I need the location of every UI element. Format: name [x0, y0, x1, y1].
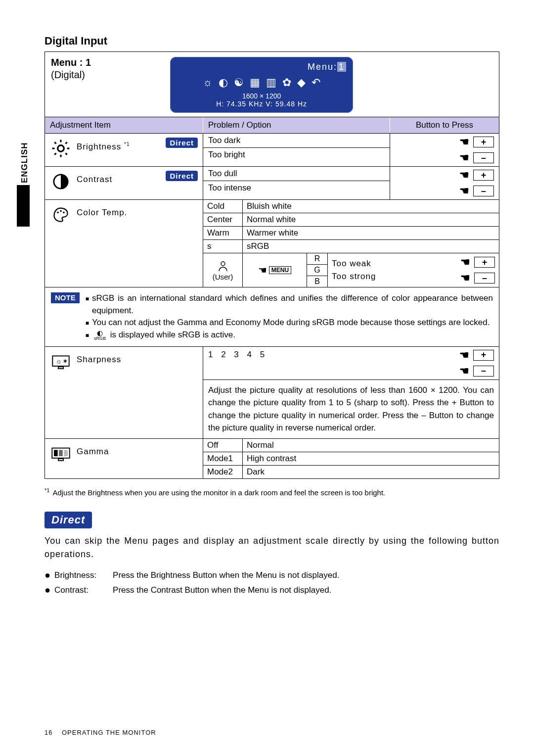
ct-srgb-desc: sRGB: [243, 240, 499, 253]
ct-cold: Cold: [203, 200, 243, 213]
ct-warm: Warm: [203, 227, 243, 239]
press-plus[interactable]: ☚+: [460, 256, 495, 269]
arrow-left-icon: ☚: [460, 272, 470, 284]
svg-line-5: [54, 142, 56, 143]
table-header: Adjustment Item Problem / Option Button …: [45, 117, 499, 134]
press-minus[interactable]: ☚–: [460, 272, 495, 284]
header-adjustment: Adjustment Item: [45, 117, 203, 133]
arrow-left-icon: ☚: [459, 365, 469, 378]
note-text-1: sRGB is an international standard which …: [92, 292, 493, 317]
gamma-icon: ▥: [266, 76, 276, 89]
svg-point-10: [57, 212, 59, 214]
note-text-3: ◐sRGB is displayed while sRGB is active.: [92, 329, 235, 341]
contrast-icon: [50, 171, 72, 192]
srgb-icon: ◐sRGB: [94, 330, 106, 341]
gamma-icon: [50, 443, 72, 465]
osd-title-num: 1: [337, 62, 346, 72]
ct-srgb: s: [203, 240, 243, 253]
osd-frequency: H: 74.35 KHz V: 59.48 Hz: [177, 100, 346, 108]
contrast-too-dull: Too dull: [203, 167, 390, 181]
svg-point-11: [60, 210, 62, 212]
svg-rect-20: [59, 450, 63, 456]
settings-frame: Menu : 1 (Digital) Menu:1 ☼ ◐ ☯ ▦ ▥ ✿ ◆ …: [44, 51, 499, 479]
contrast-icon: ◐: [219, 76, 228, 89]
arrow-left-icon: ☚: [459, 151, 469, 164]
osd-title-text: Menu:: [308, 62, 337, 72]
svg-point-12: [63, 212, 65, 214]
brightness-icon: [50, 138, 72, 159]
menu-sub: (Digital): [51, 69, 91, 81]
palette-icon: [50, 204, 72, 226]
note-badge: NOTE: [51, 292, 80, 303]
direct-item-brightness-label: Brightness:: [54, 568, 109, 583]
sharpness-levels: 1 2 3 4 5: [203, 347, 410, 379]
osd-resolution: 1600 × 1200: [177, 92, 346, 100]
direct-badge: Direct: [166, 171, 198, 181]
row-brightness: Brightness *1 Direct Too dark Too bright…: [45, 134, 499, 167]
press-minus[interactable]: ☚–: [459, 151, 494, 164]
eco-icon: ✿: [282, 76, 291, 89]
svg-rect-21: [64, 450, 68, 456]
user-menu-press[interactable]: ☚ MENU: [243, 253, 307, 287]
direct-item-brightness-text: Press the Brightness Button when the Men…: [113, 568, 339, 583]
contrast-too-intense: Too intense: [203, 181, 390, 195]
ct-center-desc: Normal white: [243, 213, 499, 226]
svg-rect-15: [58, 367, 63, 369]
gamma-mode2: Mode2: [203, 466, 243, 478]
svg-rect-18: [58, 459, 63, 461]
user-icon: [217, 260, 229, 273]
direct-heading: Direct: [44, 512, 92, 528]
svg-line-7: [54, 153, 56, 155]
section-title: Digital Input: [44, 35, 499, 47]
svg-line-8: [66, 142, 67, 143]
gamma-off-desc: Normal: [243, 439, 499, 452]
gamma-mode2-desc: Dark: [243, 466, 499, 478]
press-minus[interactable]: ☚–: [459, 185, 494, 197]
brightness-label: Brightness *1: [77, 138, 161, 152]
gamma-mode1-desc: High contrast: [243, 452, 499, 465]
position-icon: ◆: [297, 76, 306, 89]
osd-panel: Menu:1 ☼ ◐ ☯ ▦ ▥ ✿ ◆ ↶ 1600 × 1200 H: 74…: [170, 57, 353, 113]
row-color-temp: Color Temp. ColdBluish white CenterNorma…: [45, 200, 499, 287]
footnote: *1Adjust the Brightness when you are usi…: [44, 487, 499, 498]
sharpness-label: Sharpness: [77, 351, 198, 365]
svg-line-6: [66, 153, 67, 155]
arrow-left-icon: ☚: [459, 136, 469, 148]
ct-user: (User): [203, 253, 243, 287]
menu-button: MENU: [269, 266, 291, 274]
osd-icon-row: ☼ ◐ ☯ ▦ ▥ ✿ ◆ ↶: [177, 76, 346, 89]
press-plus[interactable]: ☚+: [459, 136, 494, 148]
contrast-label: Contrast: [77, 171, 161, 185]
arrow-left-icon: ☚: [460, 256, 470, 269]
ct-center: Center: [203, 213, 243, 226]
color-temp-label: Color Temp.: [77, 204, 198, 218]
header-button: Button to Press: [390, 117, 499, 133]
gamma-mode1: Mode1: [203, 452, 243, 465]
arrow-left-icon: ☚: [459, 349, 469, 362]
ct-cold-desc: Bluish white: [243, 200, 499, 213]
return-icon: ↶: [312, 76, 320, 89]
svg-point-0: [58, 145, 64, 152]
press-plus[interactable]: ☚+: [459, 349, 494, 362]
sharpness-icon: ▦: [250, 76, 260, 89]
sharpness-icon: ☼✶: [50, 351, 72, 373]
ct-warm-desc: Warmer white: [243, 227, 499, 239]
row-sharpness: ☼✶ Sharpness 1 2 3 4 5 ☚+ ☚– Adjust the …: [45, 347, 499, 439]
arrow-left-icon: ☚: [459, 185, 469, 197]
svg-rect-19: [54, 450, 58, 456]
direct-item-contrast-label: Contrast:: [54, 583, 109, 598]
note-row: NOTE ■sRGB is an international standard …: [45, 287, 499, 347]
channel-b: B: [307, 276, 327, 287]
too-strong-label: Too strong: [332, 272, 460, 282]
row-contrast: Contrast Direct Too dull Too intense ☚+ …: [45, 167, 499, 200]
row-gamma: Gamma OffNormal Mode1High contrast Mode2…: [45, 439, 499, 478]
press-plus[interactable]: ☚+: [459, 169, 494, 182]
language-tab: ENGLISH: [20, 142, 30, 183]
page-footer: 16 OPERATING THE MONITOR: [44, 729, 156, 736]
header-problem: Problem / Option: [203, 117, 390, 133]
svg-point-13: [221, 262, 225, 266]
press-minus[interactable]: ☚–: [459, 365, 494, 378]
brightness-too-dark: Too dark: [203, 134, 390, 148]
note-text-2: You can not adjust the Gamma and Economy…: [92, 317, 490, 329]
brightness-icon: ☼: [203, 76, 213, 89]
